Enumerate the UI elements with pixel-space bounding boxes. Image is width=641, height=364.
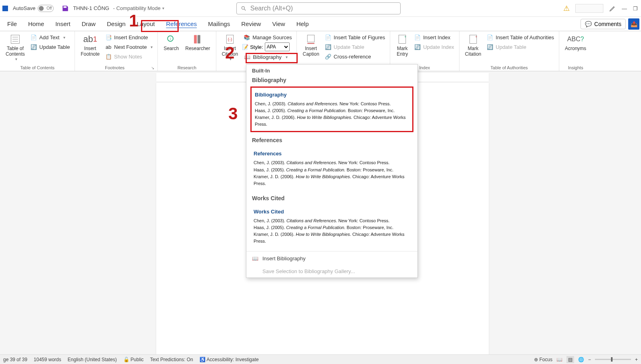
update-icon: 🔄	[30, 44, 37, 50]
show-notes-button[interactable]: 📋Show Notes	[104, 52, 155, 61]
tab-review[interactable]: Review	[236, 17, 266, 30]
read-mode-icon[interactable]: 📖	[556, 357, 562, 362]
warning-icon[interactable]: ⚠	[563, 4, 570, 13]
tab-mailings[interactable]: Mailings	[202, 17, 236, 30]
status-page[interactable]: ge 39 of 39	[3, 357, 27, 362]
bibliography-gallery: Built-In Bibliography Bibliography Chen,…	[246, 64, 418, 278]
restore-button[interactable]: ❐	[633, 6, 639, 11]
tab-insert[interactable]: Insert	[50, 17, 76, 30]
citation-style-select[interactable]: 📝 Style: APA	[242, 42, 293, 51]
update-tof-button[interactable]: 🔄Update Table	[323, 42, 387, 51]
researcher-icon	[191, 34, 204, 45]
manage-sources-button[interactable]: 📚Manage Sources	[242, 33, 293, 42]
annotation-box-2	[246, 53, 298, 63]
compatibility-mode-label: - Compatibility Mode	[112, 5, 161, 11]
update-toa-button[interactable]: 🔄Update Table	[485, 42, 556, 51]
update-index-button[interactable]: 🔄Update Index	[413, 42, 456, 51]
footnote-icon: ab1	[84, 34, 97, 45]
tab-draw[interactable]: Draw	[76, 17, 101, 30]
tof-icon: 📄	[325, 34, 331, 40]
minimize-button[interactable]: —	[622, 6, 627, 11]
update-icon: 🔄	[414, 44, 421, 50]
word-app-icon	[2, 6, 8, 11]
insert-index-icon: 📄	[414, 34, 421, 40]
insert-toa-button[interactable]: 📄Insert Table of Authorities	[485, 33, 556, 42]
update-icon: 🔄	[325, 44, 331, 50]
researcher-button[interactable]: Researcher	[183, 33, 212, 52]
gallery-section-builtin: Built-In	[246, 64, 417, 75]
next-footnote-icon: ab	[105, 44, 112, 50]
status-predictions[interactable]: Text Predictions: On	[150, 357, 193, 362]
autosave-label: AutoSave	[13, 5, 35, 11]
focus-mode-button[interactable]: ⊕ Focus	[534, 357, 552, 362]
save-selection-item[interactable]: Save Selection to Bibliography Gallery..…	[246, 265, 417, 278]
gallery-heading-workscited: Works Cited	[246, 193, 417, 203]
manage-sources-icon: 📚	[244, 34, 250, 40]
insert-footnote-button[interactable]: ab1 Insert Footnote	[78, 33, 102, 58]
group-footnotes: ab1 Insert Footnote 📑Insert Endnote abNe…	[75, 31, 158, 71]
group-insights: ABC? Acronyms Insights	[559, 31, 592, 71]
gallery-heading-bibliography: Bibliography	[246, 75, 417, 85]
dialog-launcher-icon[interactable]: ↘	[151, 66, 154, 70]
zoom-out-button[interactable]: −	[588, 357, 591, 362]
toc-icon	[9, 34, 22, 45]
pen-icon[interactable]	[609, 5, 616, 12]
group-authorities: + Mark Citation 📄Insert Table of Authori…	[460, 31, 559, 71]
web-layout-icon[interactable]: 🌐	[578, 357, 584, 362]
svg-text:(-): (-)	[228, 37, 232, 42]
zoom-slider[interactable]	[595, 359, 631, 360]
mark-citation-icon: +	[467, 34, 480, 45]
mark-citation-button[interactable]: + Mark Citation	[463, 33, 484, 58]
tab-view[interactable]: View	[266, 17, 290, 30]
style-dropdown[interactable]: APA	[265, 42, 290, 51]
update-table-button[interactable]: 🔄Update Table	[29, 42, 71, 51]
acronyms-button[interactable]: ABC? Acronyms	[562, 33, 589, 52]
next-footnote-button[interactable]: abNext Footnote▾	[104, 42, 155, 51]
status-public[interactable]: 🔓 Public	[123, 357, 144, 362]
insert-index-button[interactable]: 📄Insert Index	[413, 33, 456, 42]
gallery-heading-references: References	[246, 135, 417, 145]
tab-help[interactable]: Help	[291, 17, 314, 30]
status-accessibility[interactable]: ♿ Accessibility: Investigate	[200, 357, 259, 362]
svg-text:i: i	[170, 37, 171, 41]
mark-entry-button[interactable]: + Mark Entry	[393, 33, 411, 58]
save-icon[interactable]	[62, 5, 69, 12]
search-button[interactable]: i Search	[161, 33, 181, 52]
share-button[interactable]: 📤	[628, 18, 639, 30]
acronyms-icon: ABC?	[569, 34, 582, 45]
annotation-3: 3	[228, 104, 238, 123]
zoom-in-button[interactable]: +	[635, 357, 638, 362]
gallery-item-references[interactable]: References Chen, J. (2003). Citations an…	[250, 147, 413, 190]
print-layout-icon[interactable]: ▤	[566, 356, 574, 363]
document-title[interactable]: THNN-1 CÔNG	[73, 5, 109, 11]
tab-file[interactable]: File	[2, 17, 22, 30]
comments-button[interactable]: 💬 Comments	[581, 19, 626, 29]
chevron-down-icon[interactable]: ▾	[162, 6, 164, 10]
smart-lookup-icon: i	[165, 34, 177, 45]
insert-bibliography-item[interactable]: 📖 Insert Bibliography	[246, 252, 417, 265]
annotation-1: 1	[129, 11, 138, 30]
tab-design[interactable]: Design	[101, 17, 131, 30]
search-icon	[241, 6, 246, 11]
mark-entry-icon: +	[396, 34, 409, 45]
toa-icon: 📄	[487, 34, 493, 40]
insert-caption-button[interactable]: Insert Caption	[300, 33, 321, 58]
autosave-toggle[interactable]: AutoSave Off	[13, 5, 54, 12]
insert-endnote-button[interactable]: 📑Insert Endnote	[104, 33, 155, 42]
search-input[interactable]: Search (Alt+Q)	[236, 2, 401, 14]
insert-table-of-figures-button[interactable]: 📄Insert Table of Figures	[323, 33, 387, 42]
table-of-contents-button[interactable]: Table of Contents▾	[3, 33, 27, 62]
add-text-button[interactable]: 📄Add Text▾	[29, 33, 71, 42]
cross-reference-button[interactable]: 🔗Cross-reference	[323, 52, 387, 61]
show-notes-icon: 📋	[105, 53, 112, 60]
gallery-item-bibliography[interactable]: Bibliography Chen, J. (2003). Citations …	[250, 86, 413, 132]
gallery-item-workscited[interactable]: Works Cited Chen, J. (2003). Citations a…	[250, 205, 413, 248]
tab-home[interactable]: Home	[22, 17, 50, 30]
add-text-icon: 📄	[30, 34, 37, 40]
toggle-switch-icon[interactable]: Off	[38, 5, 54, 12]
group-label: Table of Contents	[3, 64, 71, 70]
group-table-of-contents: Table of Contents▾ 📄Add Text▾ 🔄Update Ta…	[0, 31, 75, 71]
status-language[interactable]: English (United States)	[68, 357, 117, 362]
status-words[interactable]: 10459 words	[34, 357, 61, 362]
user-account[interactable]	[575, 4, 603, 13]
